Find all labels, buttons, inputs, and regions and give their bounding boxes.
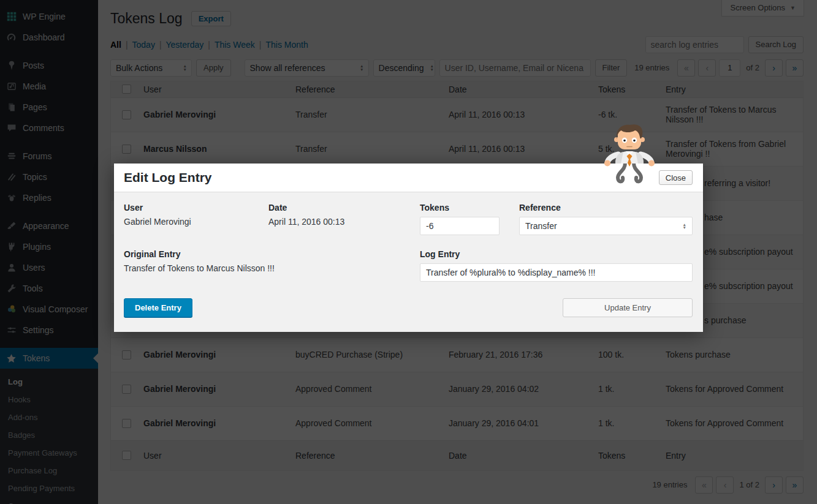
edit-log-entry-modal: Edit Log Entry Close User Gabriel Merovi… <box>114 164 703 332</box>
original-entry-label: Original Entry <box>124 249 401 259</box>
close-button[interactable]: Close <box>659 170 693 185</box>
user-value: Gabriel Merovingi <box>124 217 268 227</box>
wp-admin-screen: WP Engine Dashboard Posts Media Pages <box>0 0 817 504</box>
tokens-input[interactable] <box>420 217 500 235</box>
reference-select[interactable]: Transfer ▲▼ <box>519 217 693 235</box>
log-entry-label: Log Entry <box>420 249 693 259</box>
reference-label: Reference <box>519 203 693 213</box>
date-value: April 11, 2016 00:13 <box>268 217 420 227</box>
update-entry-button[interactable]: Update Entry <box>563 298 693 317</box>
delete-entry-button[interactable]: Delete Entry <box>124 298 192 317</box>
log-entry-input[interactable] <box>420 263 693 282</box>
tokens-label: Tokens <box>420 203 519 213</box>
user-label: User <box>124 203 268 213</box>
select-arrows-icon: ▲▼ <box>683 223 686 230</box>
original-entry-value: Transfer of Tokens to Marcus Nilsson !!! <box>124 263 401 273</box>
modal-title: Edit Log Entry <box>124 170 212 185</box>
date-label: Date <box>268 203 420 213</box>
